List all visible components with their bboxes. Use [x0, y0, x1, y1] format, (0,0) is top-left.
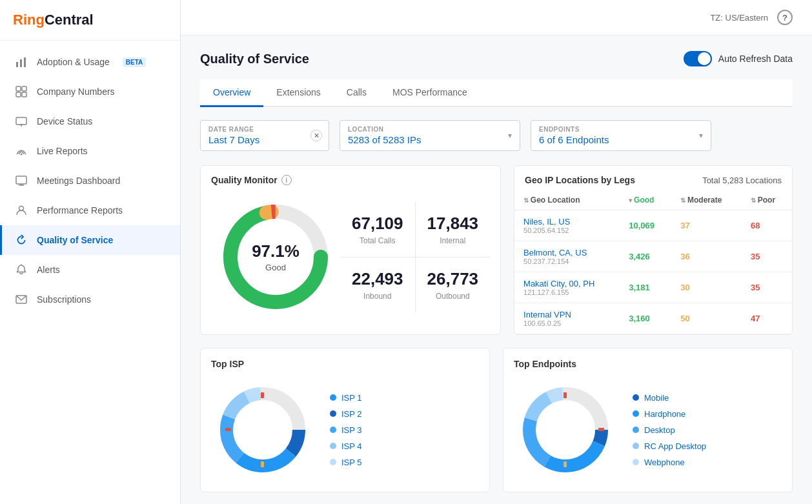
legend-label: RC App Desktop	[644, 441, 706, 451]
sidebar-item-alerts[interactable]: Alerts	[0, 255, 180, 285]
geo-location-link[interactable]: Niles, IL, US	[523, 217, 611, 227]
geo-table-row: Makati City, 00, PH 121.127.6.155 3,181 …	[514, 272, 792, 303]
legend-dot	[633, 394, 639, 401]
date-range-clear[interactable]: ✕	[310, 130, 322, 141]
signal-icon	[15, 145, 28, 157]
grid-icon	[15, 85, 28, 98]
legend-label: Hardphone	[644, 409, 685, 419]
geo-good-value: 3,160	[620, 303, 671, 334]
location-filter[interactable]: LOCATION 5283 of 5283 IPs ▾	[340, 120, 520, 151]
refresh-icon	[15, 234, 28, 247]
sidebar-item-quality-label: Quality of Service	[37, 235, 113, 245]
legend-dot	[633, 459, 639, 465]
legend-item[interactable]: ISP 1	[330, 393, 362, 403]
geo-col-poor[interactable]: ⇅ Poor	[742, 190, 792, 210]
quality-percent: 97.1%	[252, 241, 299, 261]
sidebar-item-quality[interactable]: Quality of Service	[0, 225, 180, 255]
sidebar-item-live[interactable]: Live Reports	[0, 136, 180, 166]
svg-rect-38	[598, 428, 604, 431]
legend-dot	[330, 443, 336, 449]
tab-extensions[interactable]: Extensions	[263, 79, 333, 107]
legend-item[interactable]: RC App Desktop	[633, 441, 706, 451]
geo-table-header: Geo IP Locations by Legs Total 5,283 Loc…	[514, 166, 792, 185]
top-endpoints-donut	[514, 378, 617, 481]
endpoints-chevron-down-icon: ▾	[699, 131, 703, 140]
sidebar-item-performance[interactable]: Performance Reports	[0, 196, 180, 225]
auto-refresh-label: Auto Refresh Data	[718, 54, 793, 64]
sidebar-item-adoption-label: Adoption & Usage	[37, 57, 110, 67]
svg-rect-11	[16, 176, 26, 184]
geo-good-value: 3,426	[620, 241, 671, 272]
monitor-icon	[15, 174, 28, 187]
date-range-filter[interactable]: DATE RANGE Last 7 Days ✕	[200, 120, 329, 151]
logo-central: Central	[45, 12, 94, 28]
geo-location-link[interactable]: Internal VPN	[523, 310, 611, 319]
date-range-label: DATE RANGE	[208, 126, 305, 133]
geo-col-moderate[interactable]: ⇅ Moderate	[671, 190, 742, 210]
sidebar-item-meetings[interactable]: Meetings Dashboard	[0, 166, 180, 196]
geo-ip-text: 100.65.0.25	[523, 319, 611, 327]
legend-dot	[330, 459, 336, 465]
geo-moderate-value: 36	[671, 241, 742, 272]
geo-ip-text: 121.127.6.155	[523, 288, 611, 296]
svg-rect-36	[563, 392, 567, 398]
date-range-value: Last 7 Days	[208, 134, 305, 145]
geo-table-row: Niles, IL, US 50.205.64.152 10,069 37 68	[514, 210, 792, 241]
logo: RingCentral	[0, 0, 180, 41]
top-endpoints-legend: MobileHardphoneDesktopRC App DesktopWebp…	[633, 393, 706, 467]
sidebar-item-alerts-label: Alerts	[37, 265, 60, 275]
legend-item[interactable]: ISP 4	[330, 441, 362, 451]
legend-label: Desktop	[644, 425, 675, 435]
geo-location-cell: Belmont, CA, US 50.237.72.154	[514, 241, 620, 272]
tab-overview[interactable]: Overview	[200, 79, 263, 107]
user-icon	[15, 204, 28, 217]
endpoints-filter[interactable]: ENDPOINTS 6 of 6 Endpoints ▾	[531, 120, 711, 151]
legend-item[interactable]: Desktop	[633, 425, 706, 435]
main-content: TZ: US/Eastern ? Quality of Service Auto…	[181, 0, 812, 504]
tab-calls[interactable]: Calls	[334, 79, 380, 107]
legend-item[interactable]: Webphone	[633, 458, 706, 467]
geo-table-total: Total 5,283 Locations	[702, 176, 782, 185]
location-label: LOCATION	[348, 126, 503, 133]
tabs-bar: Overview Extensions Calls MOS Performanc…	[200, 79, 793, 107]
help-button[interactable]: ?	[777, 10, 793, 25]
outbound-calls-cell: 26,773 Outbound	[416, 257, 491, 312]
logo-ring: Ring	[13, 12, 45, 28]
legend-item[interactable]: ISP 3	[330, 425, 362, 435]
legend-dot	[330, 410, 336, 417]
total-calls-label: Total Calls	[352, 236, 403, 245]
legend-dot	[330, 394, 336, 401]
geo-col-good[interactable]: ▾ Good	[620, 190, 671, 210]
top-isp-donut	[211, 378, 314, 481]
geo-poor-value: 68	[742, 210, 792, 241]
geo-location-link[interactable]: Makati City, 00, PH	[523, 279, 611, 288]
sidebar-item-company[interactable]: Company Numbers	[0, 77, 180, 106]
top-endpoints-title: Top Endpoints	[514, 359, 782, 369]
legend-item[interactable]: ISP 2	[330, 409, 362, 419]
auto-refresh-toggle[interactable]	[684, 51, 712, 66]
tab-mos[interactable]: MOS Performance	[380, 79, 480, 107]
legend-item[interactable]: ISP 5	[330, 458, 362, 467]
legend-dot	[633, 443, 639, 449]
top-isp-inner: ISP 1ISP 2ISP 3ISP 4ISP 5	[211, 378, 479, 481]
inbound-calls-number: 22,493	[352, 269, 403, 289]
legend-dot	[633, 410, 639, 417]
geo-table-panel: Geo IP Locations by Legs Total 5,283 Loc…	[514, 165, 793, 335]
svg-rect-29	[225, 428, 231, 431]
legend-item[interactable]: Mobile	[633, 393, 706, 403]
sidebar-item-company-label: Company Numbers	[37, 86, 115, 97]
donut-center: 97.1% Good	[252, 241, 299, 272]
sidebar-item-adoption[interactable]: Adoption & Usage BETA	[0, 47, 180, 77]
legend-item[interactable]: Hardphone	[633, 409, 706, 419]
geo-location-link[interactable]: Belmont, CA, US	[523, 248, 611, 257]
topbar: TZ: US/Eastern ?	[181, 0, 812, 35]
legend-label: Webphone	[644, 458, 685, 467]
page-title: Quality of Service	[200, 52, 309, 66]
geo-col-location[interactable]: ⇅ Geo Location	[514, 190, 620, 210]
sidebar-item-device[interactable]: Device Status	[0, 106, 180, 136]
page-content: Quality of Service Auto Refresh Data Ove…	[181, 35, 812, 504]
geo-table-row: Internal VPN 100.65.0.25 3,160 50 47	[514, 303, 792, 334]
sidebar-item-subscriptions[interactable]: Subscriptions	[0, 285, 180, 314]
quality-monitor-info-icon[interactable]: i	[281, 175, 292, 185]
sidebar-item-performance-label: Performance Reports	[37, 205, 123, 216]
